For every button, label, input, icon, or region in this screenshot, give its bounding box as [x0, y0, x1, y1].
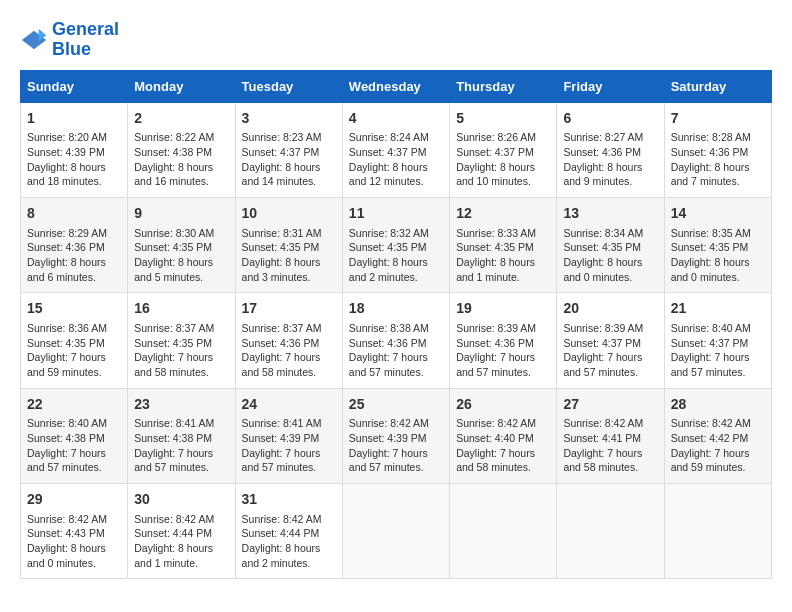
day-number: 29: [27, 490, 121, 510]
day-header-saturday: Saturday: [664, 70, 771, 102]
logo-text: General Blue: [52, 20, 119, 60]
day-number: 22: [27, 395, 121, 415]
day-number: 14: [671, 204, 765, 224]
day-number: 5: [456, 109, 550, 129]
calendar-cell: 7Sunrise: 8:28 AMSunset: 4:36 PMDaylight…: [664, 102, 771, 197]
day-detail: Sunrise: 8:40 AMSunset: 4:38 PMDaylight:…: [27, 416, 121, 475]
day-number: 16: [134, 299, 228, 319]
logo: General Blue: [20, 20, 119, 60]
day-number: 18: [349, 299, 443, 319]
day-detail: Sunrise: 8:37 AMSunset: 4:36 PMDaylight:…: [242, 321, 336, 380]
day-detail: Sunrise: 8:32 AMSunset: 4:35 PMDaylight:…: [349, 226, 443, 285]
day-header-sunday: Sunday: [21, 70, 128, 102]
day-number: 6: [563, 109, 657, 129]
calendar-cell: 2Sunrise: 8:22 AMSunset: 4:38 PMDaylight…: [128, 102, 235, 197]
calendar-cell: 29Sunrise: 8:42 AMSunset: 4:43 PMDayligh…: [21, 483, 128, 578]
calendar-cell: 1Sunrise: 8:20 AMSunset: 4:39 PMDaylight…: [21, 102, 128, 197]
calendar-cell: [450, 483, 557, 578]
calendar-cell: [664, 483, 771, 578]
day-detail: Sunrise: 8:30 AMSunset: 4:35 PMDaylight:…: [134, 226, 228, 285]
day-detail: Sunrise: 8:35 AMSunset: 4:35 PMDaylight:…: [671, 226, 765, 285]
calendar-cell: 10Sunrise: 8:31 AMSunset: 4:35 PMDayligh…: [235, 197, 342, 292]
day-header-tuesday: Tuesday: [235, 70, 342, 102]
calendar-cell: 4Sunrise: 8:24 AMSunset: 4:37 PMDaylight…: [342, 102, 449, 197]
calendar-cell: 24Sunrise: 8:41 AMSunset: 4:39 PMDayligh…: [235, 388, 342, 483]
calendar-table: SundayMondayTuesdayWednesdayThursdayFrid…: [20, 70, 772, 580]
day-number: 21: [671, 299, 765, 319]
day-number: 26: [456, 395, 550, 415]
day-detail: Sunrise: 8:37 AMSunset: 4:35 PMDaylight:…: [134, 321, 228, 380]
day-detail: Sunrise: 8:36 AMSunset: 4:35 PMDaylight:…: [27, 321, 121, 380]
calendar-cell: 9Sunrise: 8:30 AMSunset: 4:35 PMDaylight…: [128, 197, 235, 292]
day-number: 31: [242, 490, 336, 510]
day-number: 3: [242, 109, 336, 129]
calendar-cell: 28Sunrise: 8:42 AMSunset: 4:42 PMDayligh…: [664, 388, 771, 483]
day-number: 10: [242, 204, 336, 224]
calendar-cell: 13Sunrise: 8:34 AMSunset: 4:35 PMDayligh…: [557, 197, 664, 292]
day-number: 7: [671, 109, 765, 129]
day-number: 15: [27, 299, 121, 319]
calendar-week-row: 1Sunrise: 8:20 AMSunset: 4:39 PMDaylight…: [21, 102, 772, 197]
calendar-cell: 15Sunrise: 8:36 AMSunset: 4:35 PMDayligh…: [21, 293, 128, 388]
day-detail: Sunrise: 8:29 AMSunset: 4:36 PMDaylight:…: [27, 226, 121, 285]
day-number: 2: [134, 109, 228, 129]
day-number: 17: [242, 299, 336, 319]
day-detail: Sunrise: 8:34 AMSunset: 4:35 PMDaylight:…: [563, 226, 657, 285]
calendar-cell: 14Sunrise: 8:35 AMSunset: 4:35 PMDayligh…: [664, 197, 771, 292]
day-header-friday: Friday: [557, 70, 664, 102]
day-detail: Sunrise: 8:40 AMSunset: 4:37 PMDaylight:…: [671, 321, 765, 380]
calendar-week-row: 22Sunrise: 8:40 AMSunset: 4:38 PMDayligh…: [21, 388, 772, 483]
day-detail: Sunrise: 8:28 AMSunset: 4:36 PMDaylight:…: [671, 130, 765, 189]
calendar-cell: 31Sunrise: 8:42 AMSunset: 4:44 PMDayligh…: [235, 483, 342, 578]
day-number: 1: [27, 109, 121, 129]
calendar-cell: 11Sunrise: 8:32 AMSunset: 4:35 PMDayligh…: [342, 197, 449, 292]
calendar-cell: 21Sunrise: 8:40 AMSunset: 4:37 PMDayligh…: [664, 293, 771, 388]
day-number: 8: [27, 204, 121, 224]
calendar-cell: 3Sunrise: 8:23 AMSunset: 4:37 PMDaylight…: [235, 102, 342, 197]
day-detail: Sunrise: 8:31 AMSunset: 4:35 PMDaylight:…: [242, 226, 336, 285]
day-number: 11: [349, 204, 443, 224]
day-number: 9: [134, 204, 228, 224]
day-detail: Sunrise: 8:24 AMSunset: 4:37 PMDaylight:…: [349, 130, 443, 189]
calendar-week-row: 8Sunrise: 8:29 AMSunset: 4:36 PMDaylight…: [21, 197, 772, 292]
day-detail: Sunrise: 8:42 AMSunset: 4:43 PMDaylight:…: [27, 512, 121, 571]
calendar-cell: 27Sunrise: 8:42 AMSunset: 4:41 PMDayligh…: [557, 388, 664, 483]
calendar-cell: 22Sunrise: 8:40 AMSunset: 4:38 PMDayligh…: [21, 388, 128, 483]
day-detail: Sunrise: 8:20 AMSunset: 4:39 PMDaylight:…: [27, 130, 121, 189]
calendar-cell: 6Sunrise: 8:27 AMSunset: 4:36 PMDaylight…: [557, 102, 664, 197]
day-header-wednesday: Wednesday: [342, 70, 449, 102]
calendar-cell: 20Sunrise: 8:39 AMSunset: 4:37 PMDayligh…: [557, 293, 664, 388]
day-detail: Sunrise: 8:42 AMSunset: 4:44 PMDaylight:…: [134, 512, 228, 571]
logo-icon: [20, 26, 48, 54]
day-number: 25: [349, 395, 443, 415]
calendar-cell: 23Sunrise: 8:41 AMSunset: 4:38 PMDayligh…: [128, 388, 235, 483]
day-detail: Sunrise: 8:38 AMSunset: 4:36 PMDaylight:…: [349, 321, 443, 380]
day-number: 28: [671, 395, 765, 415]
calendar-week-row: 15Sunrise: 8:36 AMSunset: 4:35 PMDayligh…: [21, 293, 772, 388]
day-header-monday: Monday: [128, 70, 235, 102]
day-detail: Sunrise: 8:41 AMSunset: 4:39 PMDaylight:…: [242, 416, 336, 475]
calendar-cell: 26Sunrise: 8:42 AMSunset: 4:40 PMDayligh…: [450, 388, 557, 483]
calendar-cell: 18Sunrise: 8:38 AMSunset: 4:36 PMDayligh…: [342, 293, 449, 388]
day-detail: Sunrise: 8:22 AMSunset: 4:38 PMDaylight:…: [134, 130, 228, 189]
day-number: 13: [563, 204, 657, 224]
day-number: 30: [134, 490, 228, 510]
calendar-cell: 19Sunrise: 8:39 AMSunset: 4:36 PMDayligh…: [450, 293, 557, 388]
page-header: General Blue: [20, 20, 772, 60]
day-detail: Sunrise: 8:42 AMSunset: 4:44 PMDaylight:…: [242, 512, 336, 571]
calendar-header-row: SundayMondayTuesdayWednesdayThursdayFrid…: [21, 70, 772, 102]
day-detail: Sunrise: 8:42 AMSunset: 4:40 PMDaylight:…: [456, 416, 550, 475]
day-detail: Sunrise: 8:39 AMSunset: 4:36 PMDaylight:…: [456, 321, 550, 380]
calendar-cell: 17Sunrise: 8:37 AMSunset: 4:36 PMDayligh…: [235, 293, 342, 388]
day-detail: Sunrise: 8:42 AMSunset: 4:39 PMDaylight:…: [349, 416, 443, 475]
calendar-cell: 30Sunrise: 8:42 AMSunset: 4:44 PMDayligh…: [128, 483, 235, 578]
day-detail: Sunrise: 8:42 AMSunset: 4:42 PMDaylight:…: [671, 416, 765, 475]
day-detail: Sunrise: 8:39 AMSunset: 4:37 PMDaylight:…: [563, 321, 657, 380]
calendar-cell: [557, 483, 664, 578]
day-detail: Sunrise: 8:27 AMSunset: 4:36 PMDaylight:…: [563, 130, 657, 189]
calendar-cell: 8Sunrise: 8:29 AMSunset: 4:36 PMDaylight…: [21, 197, 128, 292]
day-header-thursday: Thursday: [450, 70, 557, 102]
day-number: 4: [349, 109, 443, 129]
day-detail: Sunrise: 8:33 AMSunset: 4:35 PMDaylight:…: [456, 226, 550, 285]
day-number: 24: [242, 395, 336, 415]
